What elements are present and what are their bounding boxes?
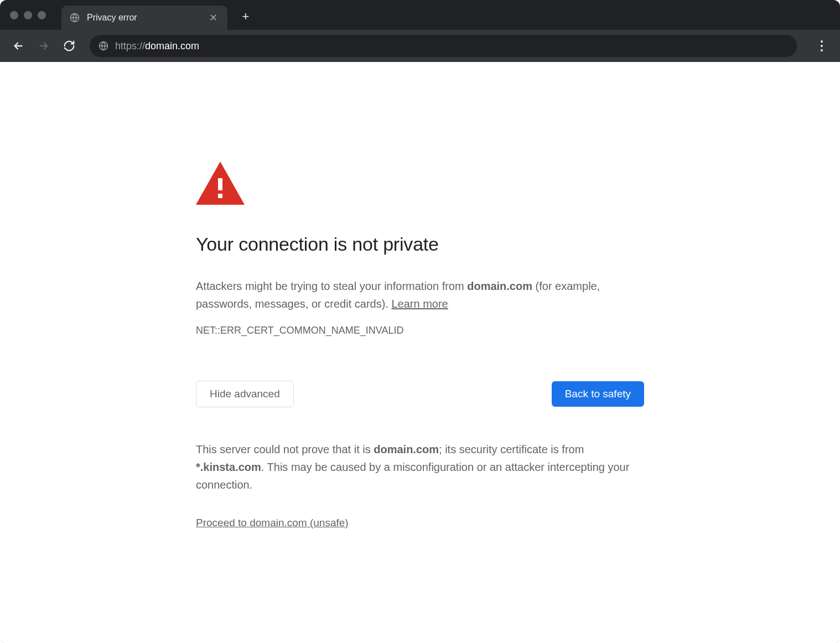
browser-tab[interactable]: Privacy error ✕ xyxy=(61,6,227,30)
browser-window: Privacy error ✕ + https://domain.com xyxy=(0,0,840,643)
error-body: Attackers might be trying to steal your … xyxy=(196,277,644,313)
adv-pre: This server could not prove that it is xyxy=(196,443,374,455)
adv-post: . This may be caused by a misconfigurati… xyxy=(196,461,629,491)
svg-rect-4 xyxy=(218,194,222,198)
url-text: https://domain.com xyxy=(115,40,199,52)
adv-cert: *.kinsta.com xyxy=(196,461,261,473)
error-code: NET::ERR_CERT_COMMON_NAME_INVALID xyxy=(196,325,644,336)
globe-icon xyxy=(98,41,108,51)
hide-advanced-button[interactable]: Hide advanced xyxy=(196,381,294,407)
learn-more-link[interactable]: Learn more xyxy=(391,298,448,310)
maximize-window-button[interactable] xyxy=(38,11,46,19)
address-bar[interactable]: https://domain.com xyxy=(90,35,797,57)
url-scheme: https:// xyxy=(115,40,145,52)
error-heading: Your connection is not private xyxy=(196,234,644,255)
tab-title: Privacy error xyxy=(87,13,200,23)
forward-button[interactable] xyxy=(33,35,54,56)
reload-button[interactable] xyxy=(59,35,80,56)
ssl-error-interstitial: Your connection is not private Attackers… xyxy=(196,162,644,643)
adv-mid: ; its security certificate is from xyxy=(439,443,584,455)
back-button[interactable] xyxy=(8,35,29,56)
minimize-window-button[interactable] xyxy=(24,11,32,19)
body-pre: Attackers might be trying to steal your … xyxy=(196,280,467,292)
globe-icon xyxy=(69,12,80,23)
new-tab-button[interactable]: + xyxy=(237,9,254,24)
button-row: Hide advanced Back to safety xyxy=(196,381,644,407)
page-content: Your connection is not private Attackers… xyxy=(0,62,840,643)
body-domain: domain.com xyxy=(467,280,532,292)
svg-rect-3 xyxy=(218,178,222,190)
titlebar: Privacy error ✕ + xyxy=(0,0,840,30)
browser-menu-button[interactable] xyxy=(811,35,832,56)
toolbar: https://domain.com xyxy=(0,30,840,62)
close-tab-icon[interactable]: ✕ xyxy=(207,12,220,24)
advanced-details: This server could not prove that it is d… xyxy=(196,440,644,494)
adv-domain: domain.com xyxy=(374,443,439,455)
window-controls xyxy=(10,11,46,19)
proceed-unsafe-link[interactable]: Proceed to domain.com (unsafe) xyxy=(196,517,349,529)
close-window-button[interactable] xyxy=(10,11,18,19)
warning-triangle-icon xyxy=(196,162,644,207)
back-to-safety-button[interactable]: Back to safety xyxy=(552,381,644,407)
url-host: domain.com xyxy=(145,40,199,52)
